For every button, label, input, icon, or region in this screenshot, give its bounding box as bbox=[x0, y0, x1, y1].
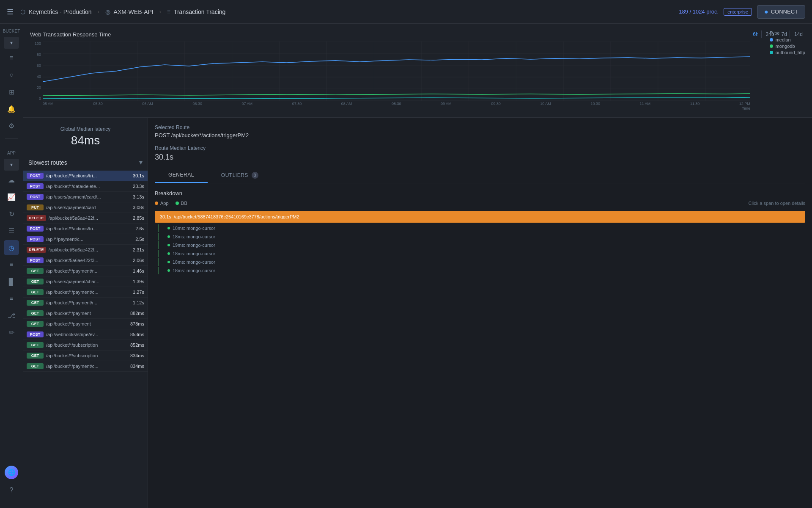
route-item[interactable]: GET /api/bucket/*/payment/r... 1.46s bbox=[23, 266, 148, 276]
breadcrumb-app[interactable]: Keymetrics - Production bbox=[29, 8, 92, 15]
method-badge: POST bbox=[27, 194, 44, 200]
legend-dot-median bbox=[770, 38, 773, 41]
routes-header: Slowest routes ▾ bbox=[23, 152, 148, 171]
sidebar-icon-textlist[interactable]: ≡ bbox=[4, 291, 19, 306]
method-badge: POST bbox=[27, 331, 44, 337]
trace-sub-item[interactable]: 18ms: mongo-cursor bbox=[158, 267, 805, 274]
sidebar-icon-chart[interactable]: 📈 bbox=[4, 189, 19, 204]
method-badge: POST bbox=[27, 236, 44, 242]
breadcrumb-service-icon: ◎ bbox=[105, 8, 110, 15]
sidebar-icon-lines[interactable]: ≡ bbox=[4, 257, 19, 272]
main-detail-panel: Selected Route POST /api/bucket/*/action… bbox=[148, 118, 812, 508]
y-tick-0: 0 bbox=[30, 97, 41, 101]
trace-sub-dot-icon bbox=[167, 269, 170, 272]
app-dropdown[interactable]: ▾ bbox=[4, 159, 19, 171]
breadcrumb-service[interactable]: AXM-WEB-API bbox=[114, 8, 154, 15]
x-tick-3: 06:30 bbox=[192, 102, 202, 106]
route-item[interactable]: GET /api/bucket/*/subscription 834ms bbox=[23, 351, 148, 361]
legend-item-median: median bbox=[770, 37, 805, 42]
method-badge: POST bbox=[27, 173, 44, 179]
sidebar-icon-bell[interactable]: 🔔 bbox=[4, 101, 19, 116]
routes-list: POST /api/bucket/*/actions/tri... 30.1s … bbox=[23, 171, 148, 508]
routes-sort-icon[interactable]: ▾ bbox=[139, 158, 143, 166]
tab-general[interactable]: GENERAL bbox=[155, 168, 208, 183]
content-area: Web Transaction Response Time 6h 24h 7d … bbox=[23, 24, 812, 508]
y-tick-80: 80 bbox=[30, 52, 41, 57]
routes-title: Slowest routes bbox=[28, 159, 67, 166]
global-median-section: Global Median latency 84ms bbox=[23, 118, 148, 152]
sidebar-icon-clock[interactable]: ◷ bbox=[4, 240, 19, 255]
help-icon[interactable]: ? bbox=[4, 483, 19, 498]
chart-svg bbox=[43, 41, 750, 101]
sidebar-icon-grid[interactable]: ⊞ bbox=[4, 84, 19, 99]
method-badge: GET bbox=[27, 342, 44, 348]
trace-sub-item[interactable]: 18ms: mongo-cursor bbox=[158, 258, 805, 266]
route-item[interactable]: PUT /api/users/payment/card 3.08s bbox=[23, 202, 148, 213]
route-item[interactable]: POST /api/webhooks/stripe/ev... 853ms bbox=[23, 329, 148, 340]
sidebar-icon-share[interactable]: ⎇ bbox=[4, 308, 19, 323]
y-tick-100: 100 bbox=[30, 41, 41, 46]
x-tick-7: 08:30 bbox=[392, 102, 401, 106]
sidebar-icon-gear[interactable]: ⚙ bbox=[4, 118, 19, 133]
route-time: 30.1s bbox=[133, 173, 144, 178]
route-path: /api/bucket/*/payment/c... bbox=[46, 290, 130, 295]
route-item[interactable]: GET /api/bucket/*/payment 882ms bbox=[23, 308, 148, 319]
sidebar-icon-bars[interactable]: ≡ bbox=[4, 50, 19, 66]
enterprise-badge: enterprise bbox=[724, 8, 752, 16]
sidebar-icon-barchart[interactable]: ▊ bbox=[4, 274, 19, 289]
x-tick-8: 09 AM bbox=[441, 102, 452, 106]
legend-dot-mongodb bbox=[770, 44, 773, 48]
method-badge: POST bbox=[27, 183, 44, 189]
x-tick-1: 05:30 bbox=[93, 102, 103, 106]
sidebar-icon-refresh[interactable]: ↻ bbox=[4, 206, 19, 221]
route-path: /api/bucket/*/subscription bbox=[46, 342, 128, 348]
route-path: /api/webhooks/stripe/ev... bbox=[46, 332, 128, 337]
trace-sub-item[interactable]: 18ms: mongo-cursor bbox=[158, 233, 805, 240]
route-median-value: 30.1s bbox=[155, 153, 805, 162]
tab-outliers[interactable]: OUTLIERS 0 bbox=[208, 168, 272, 183]
route-item[interactable]: GET /api/bucket/*/subscription 852ms bbox=[23, 340, 148, 351]
main-layout: Bucket ▾ ≡ ○ ⊞ 🔔 ⚙ App ▾ ☁ 📈 ↻ ☰ ◷ ≡ ▊ ≡… bbox=[0, 24, 812, 508]
route-item[interactable]: POST /api/users/payment/card/... 3.13s bbox=[23, 192, 148, 202]
time-btn-6h[interactable]: 6h bbox=[750, 30, 761, 38]
route-item[interactable]: POST /api/bucket/*/data/delete... 23.3s bbox=[23, 181, 148, 192]
bucket-dropdown[interactable]: ▾ bbox=[4, 37, 19, 49]
route-item[interactable]: GET /api/bucket/*/payment 878ms bbox=[23, 319, 148, 329]
trace-sub-dot-icon bbox=[167, 252, 170, 255]
hamburger-icon[interactable]: ☰ bbox=[7, 7, 14, 17]
route-item[interactable]: POST /api/*/payment/c... 2.5s bbox=[23, 234, 148, 245]
trace-sub-item[interactable]: 19ms: mongo-cursor bbox=[158, 241, 805, 249]
avatar[interactable]: 🌐 bbox=[5, 466, 18, 479]
route-item[interactable]: GET /api/bucket/*/payment/c... 834ms bbox=[23, 361, 148, 372]
route-path: /api/bucket/*/payment bbox=[46, 311, 128, 316]
route-item[interactable]: GET /api/bucket/*/payment/r... 1.12s bbox=[23, 298, 148, 308]
sidebar-icon-circle[interactable]: ○ bbox=[4, 67, 19, 83]
sidebar-icon-pen[interactable]: ✏ bbox=[4, 325, 19, 340]
breadcrumb-page: Transaction Tracing bbox=[174, 8, 225, 15]
topnav: ☰ ⬡ Keymetrics - Production › ◎ AXM-WEB-… bbox=[0, 0, 812, 24]
trace-sub-item[interactable]: 18ms: mongo-cursor bbox=[158, 250, 805, 257]
route-item[interactable]: GET /api/users/payment/char... 1.39s bbox=[23, 276, 148, 287]
route-path: /api/bucket/5a6ae422f... bbox=[49, 215, 131, 221]
chart-title: Web Transaction Response Time bbox=[30, 31, 111, 38]
route-item[interactable]: POST /api/bucket/5a6ae422f3... 2.06s bbox=[23, 255, 148, 266]
y-tick-40: 40 bbox=[30, 75, 41, 79]
trace-sub-item[interactable]: 18ms: mongo-cursor bbox=[158, 224, 805, 232]
trace-bar-main[interactable]: 30.1s: /api/bucket/5887418376c25410169c3… bbox=[155, 211, 805, 223]
sidebar-icon-cloud[interactable]: ☁ bbox=[4, 172, 19, 188]
x-tick-6: 08 AM bbox=[341, 102, 352, 106]
route-item[interactable]: POST /api/bucket/*/actions/tri... 30.1s bbox=[23, 171, 148, 181]
sidebar-icon-list[interactable]: ☰ bbox=[4, 223, 19, 238]
connect-button[interactable]: ● CONNECT bbox=[757, 5, 805, 19]
selected-route-value: POST /api/bucket/*/actions/triggerPM2 bbox=[155, 132, 805, 138]
route-path: /api/bucket/*/payment/r... bbox=[46, 268, 130, 273]
route-item[interactable]: POST /api/bucket/*/actions/tri... 2.6s bbox=[23, 224, 148, 234]
legend-title: Type bbox=[770, 30, 805, 36]
method-badge: GET bbox=[27, 363, 44, 369]
route-item[interactable]: DELETE /api/bucket/5a6ae422f... 2.85s bbox=[23, 213, 148, 224]
method-badge: GET bbox=[27, 268, 44, 274]
route-item[interactable]: DELETE /api/bucket/5a6ae422f... 2.31s bbox=[23, 245, 148, 255]
route-time: 878ms bbox=[130, 321, 144, 326]
route-item[interactable]: GET /api/bucket/*/payment/c... 1.27s bbox=[23, 287, 148, 298]
x-tick-12: 11 AM bbox=[640, 102, 651, 106]
